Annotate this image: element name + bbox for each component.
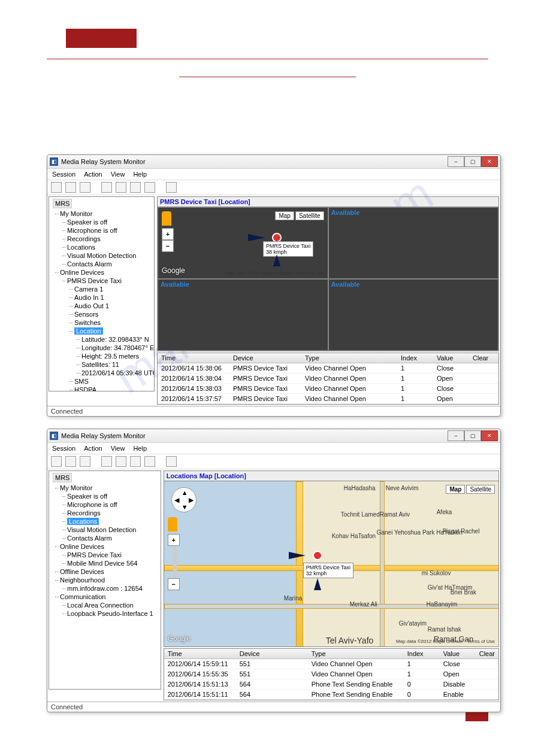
menu-session[interactable]: Session xyxy=(52,171,75,178)
menu-help[interactable]: Help xyxy=(133,445,147,452)
minimize-button[interactable]: – xyxy=(448,430,464,441)
map-label: HaBanayim xyxy=(427,601,458,608)
map-button[interactable]: Map xyxy=(275,211,294,220)
tree-item[interactable]: Contacts Alarm xyxy=(67,534,159,542)
pan-control[interactable]: ▲▼◀▶ xyxy=(171,487,197,512)
satellite-button[interactable]: Satellite xyxy=(466,485,495,494)
toolbar-button[interactable] xyxy=(144,456,155,467)
map-panel[interactable]: ▲▼◀▶ + − Map Satellite xyxy=(164,481,499,647)
menu-view[interactable]: View xyxy=(111,445,125,452)
tree-item[interactable]: PMRS Device Taxi xyxy=(67,551,159,559)
tree-online-devices[interactable]: Online Devices PMRS Device Taxi Mobile M… xyxy=(60,542,159,567)
event-row[interactable]: 2012/06/14 15:37:57PMRS Device TaxiVideo… xyxy=(158,394,498,404)
tree-item[interactable]: Camera 1 xyxy=(74,285,152,293)
tree-item[interactable]: mm.infodraw.com : 12654 xyxy=(67,584,159,593)
empty-panel[interactable]: Available xyxy=(328,207,499,279)
toolbar-button[interactable] xyxy=(116,182,126,193)
tree-item[interactable]: SMS xyxy=(74,377,152,385)
tree-locations[interactable]: Locations xyxy=(67,517,159,526)
view-header: PMRS Device Taxi [Location] xyxy=(157,196,499,207)
empty-panel[interactable]: Available xyxy=(158,279,328,351)
menu-help[interactable]: Help xyxy=(133,171,147,178)
toolbar-button[interactable] xyxy=(116,456,126,467)
tree-online-devices[interactable]: Online Devices PMRS Device Taxi Camera 1… xyxy=(60,268,152,391)
zoom-out-button[interactable]: − xyxy=(162,240,174,252)
marker-callout: PMRS Device Taxi38 kmph xyxy=(263,241,313,257)
toolbar-button[interactable] xyxy=(51,182,62,193)
event-row[interactable]: 2012/06/14 15:38:04PMRS Device TaxiVideo… xyxy=(158,374,498,384)
tree-item[interactable]: Local Area Connection xyxy=(67,601,159,609)
tree-item[interactable]: Audio Out 1 xyxy=(74,302,152,310)
toolbar-button[interactable] xyxy=(166,456,177,467)
tree-device[interactable]: PMRS Device Taxi Camera 1 Audio In 1 Aud… xyxy=(67,277,152,391)
tree-root[interactable]: MRS xyxy=(53,473,72,482)
toolbar-button[interactable] xyxy=(65,182,76,193)
tree-item[interactable]: Loopback Pseudo-Interface 1 xyxy=(67,609,159,618)
tree-communication[interactable]: Communication Local Area Connection Loop… xyxy=(60,593,159,618)
toolbar-button[interactable] xyxy=(144,182,155,193)
tree-item[interactable]: Recordings xyxy=(67,235,152,243)
map-panel[interactable]: + − Map Satellite PMRS Device Taxi38 kmp… xyxy=(158,207,328,279)
empty-panel[interactable]: Available xyxy=(328,279,499,351)
zoom-slider[interactable] xyxy=(173,547,177,577)
menu-action[interactable]: Action xyxy=(84,445,102,452)
close-button[interactable]: ✕ xyxy=(481,430,498,441)
toolbar-button[interactable] xyxy=(101,182,112,193)
tree-item[interactable]: Mobile Mind Device 564 xyxy=(67,559,159,567)
tree-item[interactable]: Audio In 1 xyxy=(74,293,152,302)
tree-item[interactable]: Contacts Alarm xyxy=(67,260,152,268)
event-row[interactable]: 2012/06/14 15:59:11551Video Channel Open… xyxy=(164,659,498,669)
menu-action[interactable]: Action xyxy=(84,171,102,178)
event-row[interactable]: 2012/06/14 15:55:35551Video Channel Open… xyxy=(164,669,498,679)
tree-item[interactable]: Microphone is off xyxy=(67,500,159,509)
event-row[interactable]: 2012/06/14 15:51:11564Phone Text Sending… xyxy=(164,690,498,700)
event-list[interactable]: TimeDeviceTypeIndexValueClear 2012/06/14… xyxy=(164,648,499,700)
event-list[interactable]: TimeDeviceTypeIndexValueClear 2012/06/14… xyxy=(157,353,499,405)
tree-offline[interactable]: Offline Devices xyxy=(60,567,159,576)
event-row[interactable]: 2012/06/14 15:38:06PMRS Device TaxiVideo… xyxy=(158,363,498,374)
toolbar-button[interactable] xyxy=(51,456,62,467)
toolbar-button[interactable] xyxy=(130,456,141,467)
tree-item[interactable]: Speaker is off xyxy=(67,218,152,226)
map-marker[interactable] xyxy=(313,551,322,560)
tree-my-monitor[interactable]: My Monitor Speaker is off Microphone is … xyxy=(60,484,159,542)
toolbar-button[interactable] xyxy=(130,182,141,193)
tree-item[interactable]: Visual Motion Detection xyxy=(67,526,159,534)
toolbar-button[interactable] xyxy=(80,456,90,467)
tree-item[interactable]: Speaker is off xyxy=(67,492,159,500)
close-button[interactable]: ✕ xyxy=(481,156,498,167)
event-row[interactable]: 2012/06/14 15:51:13564Phone Text Sending… xyxy=(164,679,498,690)
zoom-out-button[interactable]: − xyxy=(168,578,180,590)
toolbar-button[interactable] xyxy=(101,456,112,467)
tree-my-monitor[interactable]: My Monitor Speaker is off Microphone is … xyxy=(60,210,152,268)
tree-pane[interactable]: MRS My Monitor Speaker is off Microphone… xyxy=(49,470,161,690)
tree-neighbourhood[interactable]: Neighbourhood mm.infodraw.com : 12654 xyxy=(60,576,159,593)
event-row[interactable]: 2012/06/14 15:38:03PMRS Device TaxiVideo… xyxy=(158,384,498,394)
menu-session[interactable]: Session xyxy=(52,445,75,452)
satellite-button[interactable]: Satellite xyxy=(295,211,324,220)
toolbar-button[interactable] xyxy=(65,456,76,467)
minimize-button[interactable]: – xyxy=(448,156,464,167)
menu-view[interactable]: View xyxy=(111,171,125,178)
tree-item[interactable]: Switches xyxy=(74,318,152,327)
map-button[interactable]: Map xyxy=(446,485,465,494)
pegman-icon[interactable] xyxy=(168,517,177,532)
maximize-button[interactable]: ▢ xyxy=(464,156,481,167)
maximize-button[interactable]: ▢ xyxy=(464,430,481,441)
tree-item[interactable]: Locations xyxy=(67,243,152,251)
tree-root[interactable]: MRS xyxy=(53,199,72,208)
header-rule-2 xyxy=(179,77,356,77)
tree-lat: Latitude: 32.098433° N xyxy=(81,335,152,344)
pegman-icon[interactable] xyxy=(162,211,171,226)
toolbar-button[interactable] xyxy=(80,182,90,193)
zoom-in-button[interactable]: + xyxy=(168,534,180,546)
tree-location[interactable]: Location Latitude: 32.098433° N Longitud… xyxy=(74,327,152,377)
toolbar-button[interactable] xyxy=(166,182,177,193)
tree-item[interactable]: Recordings xyxy=(67,509,159,517)
tree-item[interactable]: HSDPA xyxy=(74,385,152,391)
zoom-in-button[interactable]: + xyxy=(162,228,174,240)
tree-item[interactable]: Visual Motion Detection xyxy=(67,251,152,260)
tree-item[interactable]: Sensors xyxy=(74,310,152,318)
tree-item[interactable]: Microphone is off xyxy=(67,226,152,235)
tree-pane[interactable]: MRS My Monitor Speaker is off Microphone… xyxy=(49,196,155,391)
